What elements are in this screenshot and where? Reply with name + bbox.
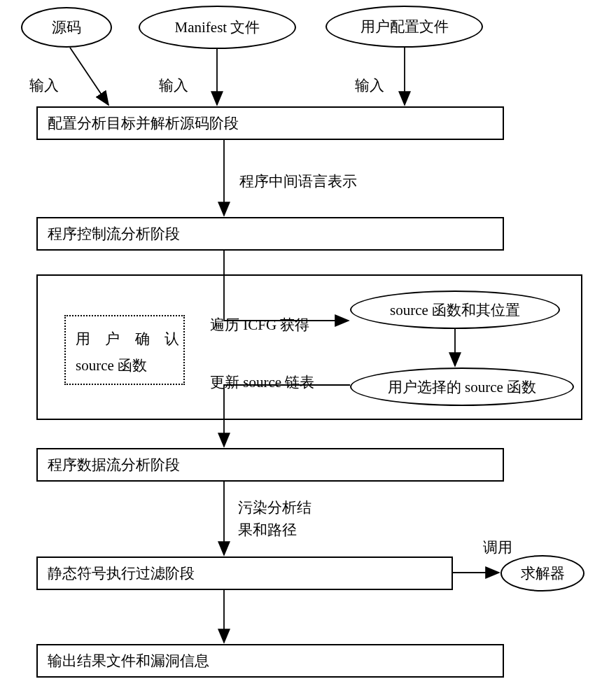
solver-label: 求解器 [521,564,565,583]
input-userconfig-ellipse: 用户配置文件 [326,6,483,48]
userconfirm-line2: source 函数 [76,353,174,379]
input-manifest-label: Manifest 文件 [175,18,260,37]
input-label-1: 输入 [29,76,59,95]
input-source-label: 源码 [52,18,81,37]
edge-taint-line2: 果和路径 [238,519,312,542]
userselected-source-label: 用户选择的 source 函数 [388,377,536,397]
stage-output-label: 输出结果文件和漏洞信息 [48,651,209,671]
edge-update-source: 更新 source 链表 [210,372,314,392]
input-label-2: 输入 [159,76,188,95]
stage-controlflow: 程序控制流分析阶段 [36,217,504,251]
stage-dataflow-label: 程序数据流分析阶段 [48,455,180,475]
input-source-ellipse: 源码 [21,7,112,48]
stage-dataflow: 程序数据流分析阶段 [36,448,504,482]
ellipse-userselected-source: 用户选择的 source 函数 [350,368,574,406]
stage-output: 输出结果文件和漏洞信息 [36,644,504,678]
stage-configure-label: 配置分析目标并解析源码阶段 [48,113,239,133]
userconfirm-line1: 用 户 确 认 [76,326,174,353]
ellipse-solver: 求解器 [500,555,584,592]
stage-controlflow-label: 程序控制流分析阶段 [48,224,180,244]
edge-taint: 污染分析结 果和路径 [238,497,312,541]
input-label-3: 输入 [355,76,384,95]
edge-il-repr: 程序中间语言表示 [239,172,357,191]
sourcefunc-loc-label: source 函数和其位置 [390,300,520,320]
input-manifest-ellipse: Manifest 文件 [139,6,296,49]
dotted-user-confirm: 用 户 确 认 source 函数 [64,315,185,385]
input-userconfig-label: 用户配置文件 [360,17,449,36]
stage-symbolic: 静态符号执行过滤阶段 [36,556,453,590]
edge-call: 调用 [483,538,512,557]
edge-taint-line1: 污染分析结 [238,497,312,519]
svg-line-1 [70,48,108,105]
edge-traverse-icfg: 遍历 ICFG 获得 [210,315,309,335]
ellipse-sourcefunc-loc: source 函数和其位置 [350,290,560,329]
stage-configure: 配置分析目标并解析源码阶段 [36,106,504,140]
stage-symbolic-label: 静态符号执行过滤阶段 [48,564,195,583]
